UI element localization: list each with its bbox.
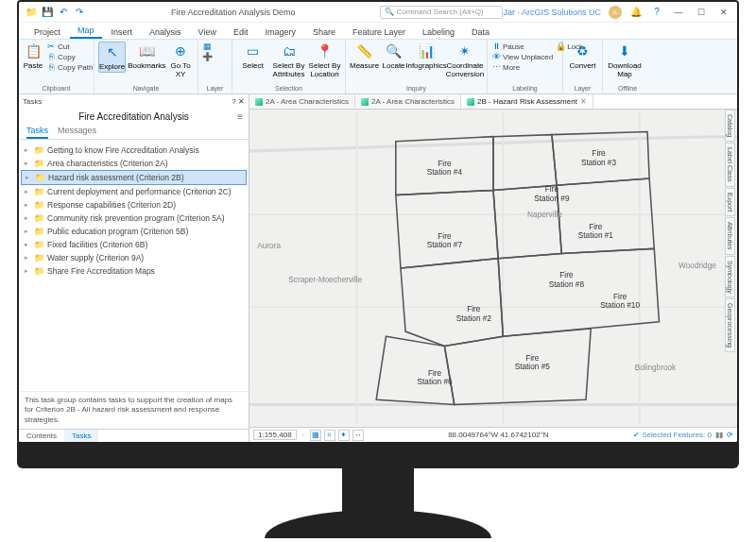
user-avatar[interactable]: JL xyxy=(609,6,622,19)
minimize-button[interactable]: — xyxy=(671,8,686,17)
infographics-button[interactable]: 📊Infographics xyxy=(408,42,444,71)
ribbon-tab-project[interactable]: Project xyxy=(26,25,68,39)
map-tab[interactable]: 2B - Hazard Risk Assessment✕ xyxy=(461,94,593,109)
station-label: FireStation #7 xyxy=(427,232,463,249)
bottom-tab-tasks[interactable]: Tasks xyxy=(64,430,98,442)
sb-tool-corr[interactable]: ✦ xyxy=(338,430,350,441)
map-icon xyxy=(467,98,474,106)
task-item[interactable]: ▸📁Response capabilities (Criterion 2D) xyxy=(21,198,247,212)
convert-icon: ♻ xyxy=(573,42,593,62)
window-title: Fire Accreditation Analysis Demo xyxy=(86,8,380,17)
task-item-label: Public education program (Criterion 5B) xyxy=(47,227,188,236)
scale-readout[interactable]: 1:155,408 xyxy=(253,430,297,440)
folder-icon: 📁 xyxy=(34,213,43,223)
sb-pause-icon[interactable]: ▮▮ xyxy=(715,431,723,439)
task-item[interactable]: ▸📁Current deployment and performance (Cr… xyxy=(21,185,247,198)
ribbon-tab-data[interactable]: Data xyxy=(464,25,497,39)
sb-tool-grid[interactable]: ▦ xyxy=(310,430,321,441)
folder-icon[interactable]: 📁 xyxy=(25,6,38,19)
select-by-location-button[interactable]: 📍Select By Location xyxy=(308,42,341,79)
task-item[interactable]: ▸📁Fixed facilities (Criterion 6B) xyxy=(21,238,247,251)
folder-icon: 📁 xyxy=(34,145,43,155)
tasks-tab-messages[interactable]: Messages xyxy=(58,124,96,139)
user-label[interactable]: Jar · ArcGIS Solutions UC xyxy=(503,8,601,17)
chevron-right-icon: ▸ xyxy=(25,267,30,275)
locate-button[interactable]: 🔍Locate xyxy=(382,42,405,71)
task-item[interactable]: ▸📁Hazard risk assessment (Criterion 2B) xyxy=(21,170,247,185)
copy-button[interactable]: ⎘Copy xyxy=(46,52,93,61)
copy-icon: ⎘ xyxy=(46,52,56,61)
ribbon-tab-share[interactable]: Share xyxy=(305,25,343,39)
ribbon-tab-analysis[interactable]: Analysis xyxy=(142,25,189,39)
more-labeling-button[interactable]: ⋯More xyxy=(491,62,553,72)
undo-icon[interactable]: ↶ xyxy=(57,6,70,19)
paste-button[interactable]: 📋Paste xyxy=(23,42,43,71)
bookmarks-button[interactable]: 📖Bookmarks xyxy=(129,42,164,71)
sb-tool-constraint[interactable]: ↔ xyxy=(352,430,364,441)
task-item-label: Hazard risk assessment (Criterion 2B) xyxy=(48,173,184,182)
convert-button[interactable]: ♻Convert xyxy=(567,42,598,71)
coord-conversion-button[interactable]: ✴Coordinate Conversion xyxy=(447,42,483,79)
task-item[interactable]: ▸📁Public education program (Criterion 5B… xyxy=(21,225,247,238)
selected-features[interactable]: ✔ Selected Features: 0 xyxy=(633,431,712,439)
task-item-label: Fixed facilities (Criterion 6B) xyxy=(47,240,147,249)
select-button[interactable]: ▭Select xyxy=(236,42,269,71)
task-item[interactable]: ▸📁Getting to know Fire Accreditation Ana… xyxy=(21,144,247,157)
task-item[interactable]: ▸📁Area characteristics (Criterion 2A) xyxy=(21,157,247,170)
view-unplaced-button[interactable]: 👁View Unplaced xyxy=(491,52,553,61)
side-tab-symbology[interactable]: Symbology xyxy=(725,256,735,298)
chevron-right-icon: ▸ xyxy=(25,254,30,262)
explore-button[interactable]: ↖Explore xyxy=(98,42,126,73)
ribbon-tab-view[interactable]: View xyxy=(191,25,224,39)
bottom-tab-contents[interactable]: Contents xyxy=(19,430,64,442)
side-tab-geoprocessing[interactable]: Geoprocessing xyxy=(725,298,735,352)
tasks-tab-tasks[interactable]: Tasks xyxy=(26,124,48,139)
pane-help-icon[interactable]: ? xyxy=(232,97,235,106)
maximize-button[interactable]: ☐ xyxy=(694,8,709,17)
task-item[interactable]: ▸📁Water supply (Criterion 9A) xyxy=(21,251,247,264)
group-layer: Layer xyxy=(202,85,228,92)
goto-xy-button[interactable]: ⊕Go To XY xyxy=(167,42,194,79)
side-tab-export[interactable]: Export xyxy=(725,188,735,216)
cut-button[interactable]: ✂Cut xyxy=(46,42,93,51)
copy-path-button[interactable]: ⎘Copy Path xyxy=(46,62,93,72)
task-item[interactable]: ▸📁Community risk prevention program (Cri… xyxy=(21,212,247,225)
ribbon-tab-map[interactable]: Map xyxy=(70,24,102,39)
side-tab-catalog[interactable]: Catalog xyxy=(725,110,735,142)
measure-button[interactable]: 📏Measure xyxy=(350,42,379,71)
sb-refresh-icon[interactable]: ⟳ xyxy=(727,431,733,439)
task-item[interactable]: ▸📁Share Fire Accreditation Maps xyxy=(21,264,247,278)
save-icon[interactable]: 💾 xyxy=(41,6,54,19)
command-search[interactable]: 🔍 Command Search (Alt+Q) xyxy=(380,6,503,19)
close-icon[interactable]: ✕ xyxy=(580,97,587,106)
add-data-button[interactable]: ➕ xyxy=(202,52,212,61)
ribbon-tab-insert[interactable]: Insert xyxy=(104,25,141,39)
sb-tool-snap[interactable]: ⌗ xyxy=(324,430,335,441)
side-tab-attributes[interactable]: Attributes xyxy=(725,217,735,255)
add-data-icon: ➕ xyxy=(202,52,212,61)
bell-icon[interactable]: 🔔 xyxy=(629,6,643,19)
ribbon-tab-edit[interactable]: Edit xyxy=(226,25,256,39)
ribbon-tab-feature-layer[interactable]: Feature Layer xyxy=(345,25,413,39)
map-tab[interactable]: 2A - Area Characteristics xyxy=(355,94,461,109)
redo-icon[interactable]: ↷ xyxy=(73,6,86,19)
map-tab[interactable]: 2A - Area Characteristics xyxy=(249,94,355,109)
download-map-button[interactable]: ⬇Download Map xyxy=(607,42,643,79)
select-by-attributes-button[interactable]: 🗂Select By Attributes xyxy=(272,42,305,79)
ribbon-tab-imagery[interactable]: Imagery xyxy=(257,25,303,39)
tasks-menu-icon[interactable]: ≡ xyxy=(237,111,243,122)
cut-icon: ✂ xyxy=(46,42,56,51)
select-icon: ▭ xyxy=(243,42,264,62)
pane-close-icon[interactable]: ✕ xyxy=(238,97,245,106)
folder-icon: 📁 xyxy=(34,266,43,276)
side-tab-label-class[interactable]: Label Class xyxy=(725,143,735,187)
infographics-icon: 📊 xyxy=(416,42,437,62)
pause-labeling-button[interactable]: ⏸Pause xyxy=(491,42,553,51)
basemap-button[interactable]: ▦ xyxy=(202,42,212,51)
coord-icon: ✴ xyxy=(455,42,475,62)
ribbon-tab-labeling[interactable]: Labeling xyxy=(415,25,462,39)
chevron-right-icon: ▸ xyxy=(25,214,30,222)
help-icon[interactable]: ? xyxy=(650,6,663,19)
close-button[interactable]: ✕ xyxy=(716,8,731,17)
map-canvas[interactable]: FireStation #4FireStation #3FireStation … xyxy=(249,110,737,427)
